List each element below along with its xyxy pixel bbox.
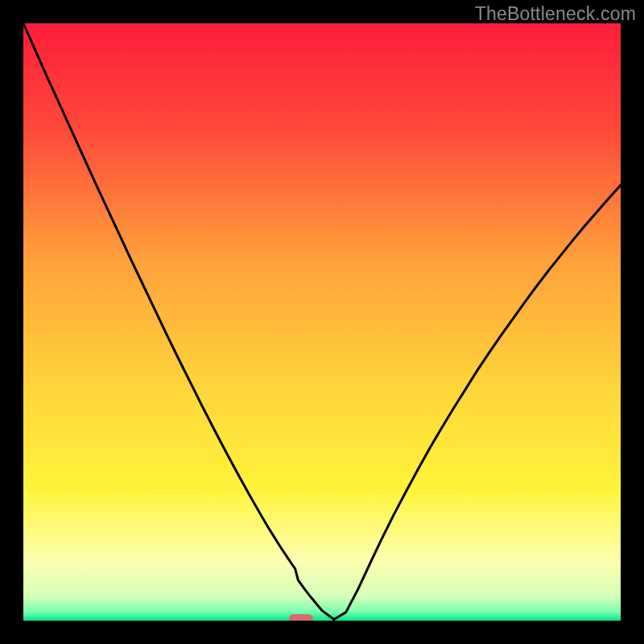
chart-frame: TheBottleneck.com xyxy=(0,0,644,644)
bottleneck-curve xyxy=(23,23,621,621)
optimal-marker xyxy=(289,614,313,621)
plot-area xyxy=(23,23,621,621)
watermark-text: TheBottleneck.com xyxy=(475,3,636,25)
